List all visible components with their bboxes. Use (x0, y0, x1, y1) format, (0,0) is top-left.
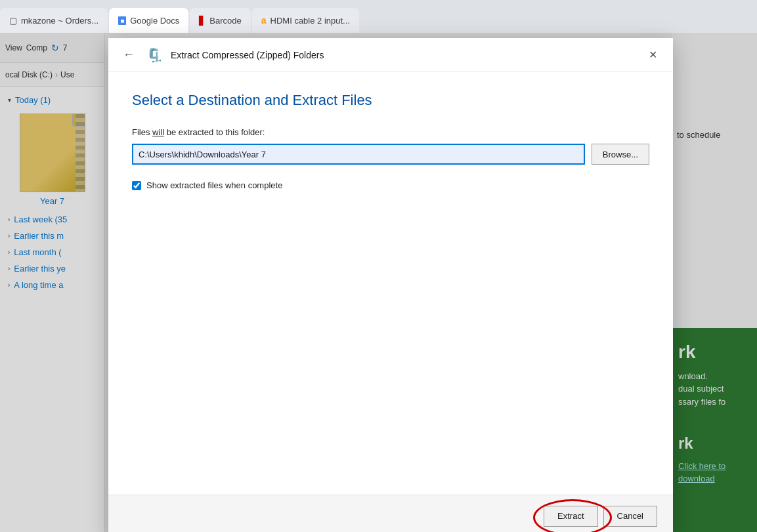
dialog-content: Select a Destination and Extract Files F… (108, 72, 673, 495)
tab-barcode-label: Barcode (209, 16, 241, 26)
dialog-close-button[interactable]: ✕ (643, 46, 662, 64)
show-extracted-checkbox[interactable] (132, 181, 141, 190)
checkbox-label[interactable]: Show extracted files when complete (146, 180, 282, 190)
dialog-back-button[interactable]: ← (119, 47, 139, 63)
tab-bar: ▢ mkazone ~ Orders... ■ Google Docs ▋ Ba… (0, 0, 757, 33)
tab-googledocs-label: Google Docs (130, 16, 179, 26)
tab-hdmi[interactable]: a HDMI cable 2 input... (252, 8, 359, 33)
dialog-titlebar: ← 🗜️ Extract Compressed (Zipped) Folders… (108, 38, 673, 72)
zip-folder-icon: 🗜️ (146, 47, 163, 63)
tab-mkazone-label: mkazone ~ Orders... (21, 16, 98, 26)
amazon-icon: a (261, 15, 267, 26)
extract-dialog: ← 🗜️ Extract Compressed (Zipped) Folders… (108, 38, 673, 532)
folder-label-underline: will (152, 127, 164, 137)
path-input-row: Browse... (132, 144, 649, 165)
tab-hdmi-label: HDMI cable 2 input... (270, 16, 350, 26)
tab-googledocs[interactable]: ■ Google Docs (109, 8, 188, 33)
folder-label: Files will be extracted to this folder: (132, 127, 649, 137)
docs-icon: ■ (118, 16, 126, 25)
extract-button-wrapper: Extract (544, 506, 597, 527)
dialog-heading: Select a Destination and Extract Files (132, 92, 649, 109)
cancel-button[interactable]: Cancel (603, 506, 657, 527)
browse-button[interactable]: Browse... (592, 144, 649, 165)
terminal-icon: ▢ (9, 16, 17, 26)
path-input[interactable] (132, 144, 585, 165)
tab-barcode[interactable]: ▋ Barcode (190, 8, 250, 33)
barcode-icon: ▋ (199, 16, 205, 26)
tab-mkazone[interactable]: ▢ mkazone ~ Orders... (0, 8, 108, 33)
dialog-title: Extract Compressed (Zipped) Folders (171, 50, 636, 60)
dialog-footer: Extract Cancel (108, 495, 673, 532)
extract-button[interactable]: Extract (544, 506, 597, 527)
checkbox-row: Show extracted files when complete (132, 180, 649, 190)
